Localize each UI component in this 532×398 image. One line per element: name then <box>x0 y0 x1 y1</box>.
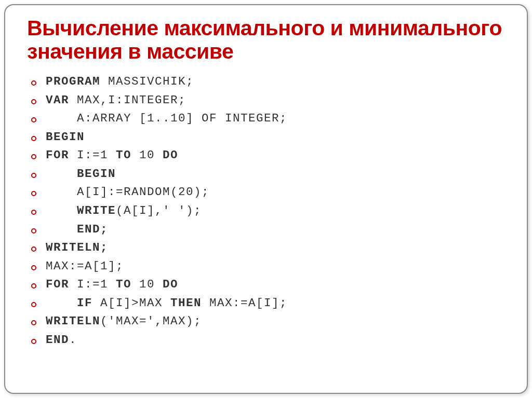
code-text: a:array [1..10] of integer; <box>46 109 287 128</box>
code-text: if a[i]>max then max:=a[i]; <box>46 294 287 313</box>
bullet-icon <box>31 246 36 252</box>
bullet-icon <box>31 302 36 307</box>
code-line: var max,i:integer; <box>31 91 507 110</box>
bullet-icon <box>31 320 36 325</box>
code-text: write(a[i],' '); <box>46 202 202 221</box>
slide-container: Вычисление максимального и минимального … <box>4 4 528 394</box>
bullet-icon <box>31 191 36 196</box>
code-line: BEGIN <box>31 128 507 147</box>
code-text: END. <box>46 331 77 350</box>
code-text: max:=a[1]; <box>46 257 124 276</box>
bullet-icon <box>31 99 36 104</box>
code-line: END. <box>31 331 507 350</box>
code-line: end; <box>31 221 507 239</box>
code-list: Program massivchik;var max,i:integer; a:… <box>27 73 507 349</box>
code-line: a:array [1..10] of integer; <box>31 109 507 128</box>
bullet-icon <box>31 117 36 122</box>
bullet-icon <box>31 210 36 215</box>
code-text: end; <box>46 221 108 239</box>
bullet-icon <box>31 80 36 86</box>
code-text: BEGIN <box>46 128 85 147</box>
slide-title: Вычисление максимального и минимального … <box>27 17 507 63</box>
code-line: writeln('max=',max); <box>31 312 507 331</box>
code-line: writeln; <box>31 239 507 257</box>
bullet-icon <box>31 154 36 159</box>
bullet-icon <box>31 228 36 234</box>
bullet-icon <box>31 339 36 344</box>
code-line: max:=a[1]; <box>31 257 507 276</box>
bullet-icon <box>31 265 36 270</box>
bullet-icon <box>31 136 36 141</box>
code-text: a[i]:=random(20); <box>46 183 209 202</box>
code-text: for i:=1 to 10 do <box>46 276 178 294</box>
code-text: var max,i:integer; <box>46 91 186 110</box>
code-line: write(a[i],' '); <box>31 202 507 221</box>
bullet-icon <box>31 283 36 289</box>
code-text: Program massivchik; <box>46 73 194 91</box>
code-line: a[i]:=random(20); <box>31 183 507 202</box>
bullet-icon <box>31 173 36 178</box>
code-line: begin <box>31 165 507 184</box>
code-text: writeln('max=',max); <box>46 312 202 331</box>
code-line: Program massivchik; <box>31 73 507 91</box>
code-line: for i:=1 to 10 do <box>31 276 507 294</box>
code-text: for i:=1 to 10 do <box>46 146 178 165</box>
code-line: if a[i]>max then max:=a[i]; <box>31 294 507 313</box>
code-text: writeln; <box>46 239 108 257</box>
code-text: begin <box>46 165 116 184</box>
code-line: for i:=1 to 10 do <box>31 146 507 165</box>
